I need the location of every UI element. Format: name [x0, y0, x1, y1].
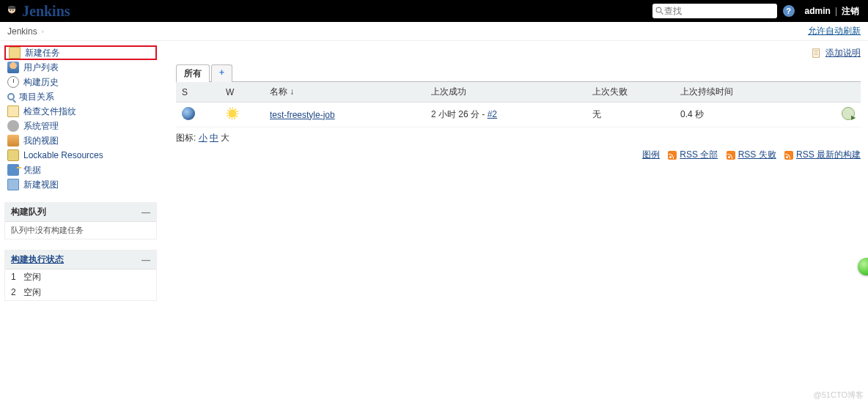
sidebar-project-relation-icon: [7, 93, 15, 100]
sidebar-people-icon: [7, 62, 19, 73]
rss-all-link[interactable]: RSS 全部: [680, 149, 718, 160]
collapse-icon[interactable]: —: [141, 255, 150, 265]
col-last-duration[interactable]: 上次持续时间: [674, 82, 831, 103]
sidebar-new-item[interactable]: 新建任务: [4, 45, 157, 60]
logout-link[interactable]: 注销: [837, 5, 864, 18]
rss-icon: [727, 151, 735, 160]
col-status[interactable]: S: [176, 82, 220, 103]
sidebar-lockable-resources-icon: [7, 149, 19, 161]
help-icon[interactable]: ?: [783, 5, 795, 17]
tab-new-view[interactable]: +: [211, 64, 232, 82]
rss-latest-link[interactable]: RSS 最新的构建: [796, 149, 861, 160]
search-box[interactable]: [652, 4, 777, 18]
job-table: S W 名称 ↓ 上次成功 上次失败 上次持续时间 test-freestyle…: [176, 82, 861, 127]
svg-point-3: [12, 10, 14, 11]
legend-link[interactable]: 图例: [642, 149, 660, 160]
auto-refresh-link[interactable]: 允许自动刷新: [808, 25, 861, 37]
svg-point-2: [10, 10, 12, 11]
chevron-right-icon: ›: [42, 28, 44, 35]
icon-size-medium[interactable]: 中: [210, 133, 218, 143]
sidebar-new-item-label[interactable]: 新建任务: [25, 47, 60, 59]
status-ball-icon[interactable]: [182, 107, 195, 120]
rss-icon: [668, 151, 677, 160]
main-panel: 添加说明 所有 + S W 名称 ↓ 上次成功 上次失败 上次持续时间 test…: [161, 41, 868, 305]
sidebar-credentials-label[interactable]: 凭据: [23, 164, 41, 177]
page-icon: [812, 48, 822, 59]
build-queue-empty: 队列中没有构建任务: [5, 222, 156, 239]
executor-row: 2 空闲: [5, 285, 156, 300]
sidebar-people-label[interactable]: 用户列表: [23, 62, 59, 74]
sidebar-project-relation[interactable]: 项目关系: [4, 89, 157, 104]
svg-rect-1: [8, 6, 15, 9]
executor-title[interactable]: 构建执行状态: [11, 254, 64, 264]
col-last-success[interactable]: 上次成功: [425, 82, 586, 103]
sidebar-build-history-icon: [7, 76, 19, 88]
search-icon: [655, 7, 664, 15]
sidebar-credentials-icon: [7, 164, 19, 176]
add-description-link[interactable]: 添加说明: [825, 48, 861, 58]
svg-line-5: [661, 12, 663, 15]
sidebar-lockable-resources-label[interactable]: Lockable Resources: [23, 150, 103, 160]
sidebar-people[interactable]: 用户列表: [4, 60, 157, 75]
build-link[interactable]: #2: [488, 109, 497, 119]
executor-row: 1 空闲: [5, 270, 156, 285]
sidebar-build-history[interactable]: 构建历史: [4, 75, 157, 89]
sidebar-build-history-label[interactable]: 构建历史: [23, 76, 59, 89]
sidebar-my-views[interactable]: 我的视图: [4, 133, 157, 148]
rss-icon: [784, 151, 793, 160]
sidebar-new-view-icon: [7, 179, 19, 190]
sidebar-project-relation-label[interactable]: 项目关系: [19, 91, 54, 103]
sidebar-check-fingerprint-label[interactable]: 检查文件指纹: [23, 105, 76, 118]
logo-text: Jenkins: [22, 3, 70, 20]
tab-all[interactable]: 所有: [176, 64, 210, 82]
build-queue-pane: 构建队列 — 队列中没有构建任务: [4, 202, 157, 239]
jenkins-head-icon: [4, 4, 19, 18]
sidebar-check-fingerprint[interactable]: 检查文件指纹: [4, 104, 157, 119]
rss-footer: 图例 RSS 全部 RSS 失败 RSS 最新的构建: [176, 149, 861, 161]
sidebar-credentials[interactable]: 凭据: [4, 163, 157, 177]
breadcrumb-root[interactable]: Jenkins: [7, 26, 37, 37]
job-row: test-freestyle-job 2 小时 26 分 - #2 无 0.4 …: [176, 103, 861, 127]
sidebar-my-views-icon: [7, 135, 19, 146]
col-name[interactable]: 名称 ↓: [264, 82, 425, 103]
sidebar-my-views-label[interactable]: 我的视图: [23, 135, 59, 147]
weather-sun-icon[interactable]: [226, 107, 239, 120]
sidebar-new-view-label[interactable]: 新建视图: [23, 179, 59, 191]
build-queue-title: 构建队列: [11, 206, 141, 218]
icon-size-legend: 图标: 小 中 大: [176, 132, 861, 144]
sidebar-check-fingerprint-icon: [7, 105, 19, 117]
icon-size-small[interactable]: 小: [199, 133, 207, 143]
col-weather[interactable]: W: [220, 82, 264, 103]
sidebar-manage-label[interactable]: 系统管理: [23, 120, 59, 133]
schedule-build-icon[interactable]: [842, 107, 855, 120]
current-user-link[interactable]: admin: [801, 6, 835, 16]
rss-fail-link[interactable]: RSS 失败: [738, 149, 776, 160]
sidebar-manage-icon: [7, 120, 19, 132]
executor-pane: 构建执行状态 — 1 空闲2 空闲: [4, 250, 157, 301]
top-header: Jenkins ? admin | 注销: [0, 0, 868, 22]
side-panel: 新建任务用户列表构建历史项目关系检查文件指纹系统管理我的视图Lockable R…: [0, 41, 161, 305]
sidebar-new-item-icon: [9, 47, 21, 59]
job-name-link[interactable]: test-freestyle-job: [270, 110, 335, 120]
breadcrumb-bar: Jenkins › 允许自动刷新: [0, 22, 868, 41]
col-last-failure[interactable]: 上次失败: [586, 82, 674, 103]
sidebar-manage[interactable]: 系统管理: [4, 119, 157, 133]
svg-point-4: [656, 7, 661, 12]
view-tabs: 所有 +: [176, 64, 861, 82]
sidebar-new-view[interactable]: 新建视图: [4, 177, 157, 192]
sidebar-lockable-resources[interactable]: Lockable Resources: [4, 148, 157, 163]
collapse-icon[interactable]: —: [141, 207, 150, 218]
search-input[interactable]: [664, 6, 774, 16]
jenkins-logo[interactable]: Jenkins: [4, 3, 70, 20]
